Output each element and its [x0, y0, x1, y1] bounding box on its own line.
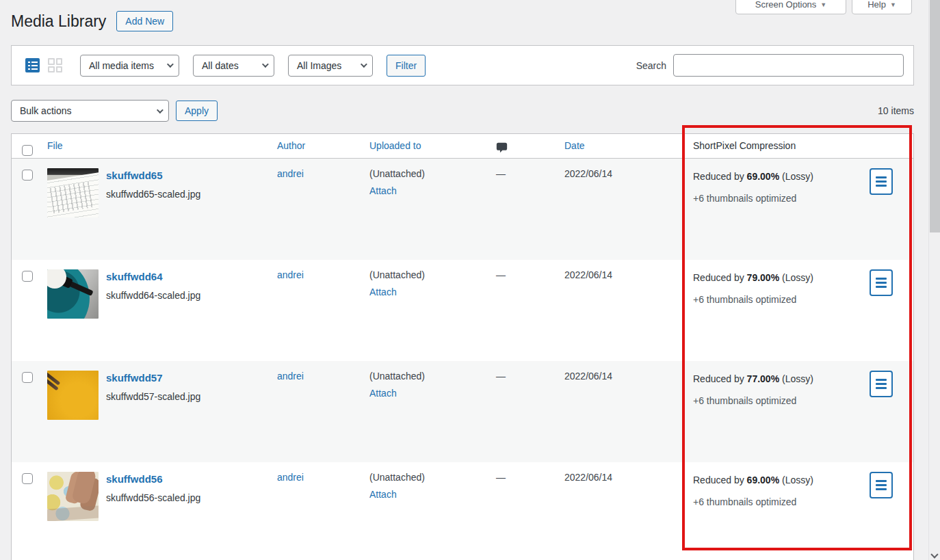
uploaded-to-status: (Unattached): [369, 371, 478, 382]
author-link[interactable]: andrei: [277, 168, 304, 179]
upload-date: 2022/06/14: [559, 159, 682, 260]
screen-options-tab[interactable]: Screen Options ▼: [735, 0, 846, 14]
shortpixel-status: Reduced by 69.00% (Lossy) +6 thumbnails …: [693, 168, 813, 260]
table-row: skuffwdd64 skuffwdd64-scaled.jpg andrei …: [12, 260, 913, 361]
comments-icon: [496, 142, 508, 153]
list-view-icon[interactable]: [25, 58, 40, 72]
scrollbar-thumb[interactable]: [930, 0, 940, 232]
image-filter-value: All Images: [297, 60, 341, 71]
help-label: Help: [867, 0, 886, 10]
table-row: skuffwdd56 skuffwdd56-scaled.jpg andrei …: [12, 462, 913, 560]
add-new-button[interactable]: Add New: [116, 11, 173, 31]
compression-percent: 69.00%: [747, 171, 779, 182]
thumbnails-optimized: +6 thumbnails optimized: [693, 496, 813, 507]
row-checkbox[interactable]: [22, 372, 33, 383]
select-all-checkbox[interactable]: [22, 145, 33, 156]
media-thumbnail[interactable]: [47, 371, 99, 420]
shortpixel-menu-button[interactable]: [870, 371, 893, 397]
attach-link[interactable]: Attach: [369, 185, 397, 196]
media-filename: skuffwdd64-scaled.jpg: [106, 290, 200, 301]
comments-count: —: [484, 361, 559, 462]
reduced-by-label: Reduced by: [693, 171, 747, 182]
help-tab[interactable]: Help ▼: [852, 0, 912, 14]
uploaded-to-status: (Unattached): [369, 269, 478, 280]
search-group: Search: [636, 54, 904, 77]
media-title-link[interactable]: skuffwdd56: [106, 473, 163, 485]
media-type-select[interactable]: All media items: [80, 55, 179, 77]
uploaded-to-status: (Unattached): [369, 472, 478, 483]
chevron-down-icon: ▼: [890, 1, 896, 10]
column-header-author[interactable]: Author: [277, 140, 305, 151]
table-header-row: File Author Uploaded to Date ShortPixel …: [12, 134, 913, 159]
chevron-down-icon: [157, 107, 164, 114]
view-switch: [25, 58, 62, 72]
media-filename: skuffwdd56-scaled.jpg: [106, 492, 200, 503]
filter-button[interactable]: Filter: [387, 55, 426, 77]
shortpixel-status: Reduced by 79.00% (Lossy) +6 thumbnails …: [693, 269, 813, 361]
shortpixel-status: Reduced by 77.00% (Lossy) +6 thumbnails …: [693, 371, 813, 462]
row-checkbox[interactable]: [22, 170, 33, 181]
author-link[interactable]: andrei: [277, 269, 304, 280]
media-list-table: File Author Uploaded to Date ShortPixel …: [11, 133, 914, 560]
table-row: skuffwdd65 skuffwdd65-scaled.jpg andrei …: [12, 159, 913, 260]
media-type-value: All media items: [89, 60, 154, 71]
reduced-by-label: Reduced by: [693, 475, 747, 485]
row-checkbox[interactable]: [22, 271, 33, 282]
compression-percent: 69.00%: [747, 475, 779, 485]
media-filename: skuffwdd65-scaled.jpg: [106, 189, 200, 200]
attach-link[interactable]: Attach: [369, 489, 397, 500]
shortpixel-menu-button[interactable]: [870, 269, 893, 296]
media-thumbnail[interactable]: [47, 168, 99, 217]
reduced-by-label: Reduced by: [693, 373, 747, 384]
media-title-link[interactable]: skuffwdd65: [106, 170, 163, 181]
author-link[interactable]: andrei: [277, 371, 304, 382]
media-title-link[interactable]: skuffwdd64: [106, 271, 163, 282]
items-count: 10 items: [878, 105, 914, 116]
shortpixel-menu-button[interactable]: [870, 472, 893, 498]
row-checkbox[interactable]: [22, 473, 33, 484]
scrollbar: [928, 0, 940, 560]
grid-view-icon[interactable]: [48, 58, 62, 72]
media-library-page: Media Library Add New All media items Al…: [11, 0, 914, 560]
date-filter-select[interactable]: All dates: [193, 55, 274, 77]
media-title-link[interactable]: skuffwdd57: [106, 372, 163, 384]
screen-options-label: Screen Options: [755, 0, 817, 10]
thumbnails-optimized: +6 thumbnails optimized: [693, 294, 813, 305]
media-thumbnail[interactable]: [47, 269, 99, 319]
thumbnails-optimized: +6 thumbnails optimized: [693, 395, 813, 406]
page-title: Media Library: [11, 12, 106, 31]
chevron-down-icon: [262, 61, 269, 68]
table-row: skuffwdd57 skuffwdd57-scaled.jpg andrei …: [12, 361, 913, 462]
upload-date: 2022/06/14: [559, 260, 682, 361]
column-header-file[interactable]: File: [47, 140, 63, 158]
media-filename: skuffwdd57-scaled.jpg: [106, 391, 200, 402]
column-header-uploaded-to[interactable]: Uploaded to: [369, 140, 421, 151]
upload-date: 2022/06/14: [559, 361, 682, 462]
hamburger-icon: [876, 379, 887, 381]
search-input[interactable]: [673, 54, 904, 77]
compression-mode-label: (Lossy): [779, 373, 813, 384]
uploaded-to-status: (Unattached): [369, 168, 478, 179]
compression-percent: 79.00%: [747, 272, 779, 283]
scroll-down-arrow-icon[interactable]: [930, 550, 938, 558]
date-filter-value: All dates: [202, 60, 239, 71]
upload-date: 2022/06/14: [559, 462, 682, 560]
bulk-actions-bar: Bulk actions Apply 10 items: [11, 100, 914, 122]
shortpixel-menu-button[interactable]: [870, 168, 893, 195]
image-filter-select[interactable]: All Images: [288, 55, 373, 77]
compression-mode-label: (Lossy): [779, 475, 813, 485]
attach-link[interactable]: Attach: [369, 286, 397, 297]
thumbnails-optimized: +6 thumbnails optimized: [693, 193, 813, 204]
chevron-down-icon: [167, 61, 174, 68]
bulk-actions-value: Bulk actions: [20, 105, 71, 116]
column-header-date[interactable]: Date: [564, 140, 585, 151]
media-thumbnail[interactable]: [47, 472, 99, 521]
bulk-actions-select[interactable]: Bulk actions: [11, 100, 169, 122]
author-link[interactable]: andrei: [277, 472, 304, 483]
chevron-down-icon: [361, 61, 367, 68]
apply-button[interactable]: Apply: [176, 101, 218, 121]
search-label: Search: [636, 60, 666, 71]
attach-link[interactable]: Attach: [369, 388, 397, 399]
hamburger-icon: [876, 480, 887, 482]
column-header-shortpixel: ShortPixel Compression: [682, 134, 913, 158]
